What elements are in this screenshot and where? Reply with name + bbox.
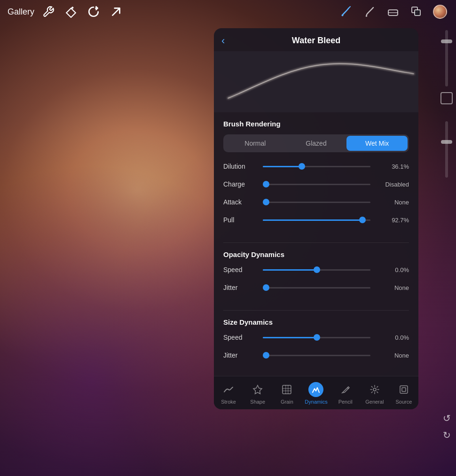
dilution-label: Dilution [223,163,257,170]
undo-button[interactable]: ↺ [440,412,453,425]
attack-track [263,202,370,203]
layers-icon [410,5,423,18]
wet-mix-mode-btn[interactable]: Wet Mix [346,136,408,151]
size-speed-thumb[interactable] [314,334,320,341]
smudge-tool[interactable] [361,3,378,20]
top-bar: Gallery [0,0,456,23]
pull-slider[interactable] [263,215,370,225]
charge-thumb[interactable] [263,181,269,187]
tab-source[interactable]: Source [389,376,418,409]
attack-value: None [376,199,409,206]
pull-label: Pull [223,216,257,224]
redo-button[interactable]: ↻ [440,429,453,442]
dilution-slider[interactable] [263,162,370,171]
wrench-icon [42,6,55,18]
normal-mode-btn[interactable]: Normal [225,136,286,151]
divider-1 [223,242,409,243]
opacity-jitter-track [263,287,370,289]
side-panel: ↺ ↻ [437,23,456,446]
size-speed-row: Speed 0.0% [223,333,409,342]
pull-thumb[interactable] [359,217,366,223]
back-button[interactable]: ‹ [221,35,225,47]
dilution-row: Dilution 36.1% [223,162,409,171]
size-speed-track [263,337,370,338]
brush-tool[interactable] [338,3,354,20]
opacity-speed-thumb[interactable] [314,266,320,273]
size-speed-fill [263,337,317,338]
svg-rect-9 [288,385,289,394]
attack-thumb[interactable] [263,199,269,205]
opacity-jitter-row: Jitter None [223,283,409,292]
svg-rect-12 [402,388,406,391]
charge-value: Disabled [376,181,409,188]
size-speed-label: Speed [223,334,257,341]
tab-general[interactable]: General [360,376,389,409]
svg-rect-11 [400,386,408,393]
top-bar-right [338,3,448,20]
stroke-tab-icon [221,382,236,397]
svg-rect-7 [283,390,291,391]
dilution-thumb[interactable] [299,163,305,170]
charge-label: Charge [223,180,257,188]
size-jitter-value: None [376,352,409,359]
pull-row: Pull 92.7% [223,215,409,225]
svg-rect-5 [283,385,291,394]
stroke-tab-label: Stroke [221,399,236,405]
opacity-slider[interactable] [445,121,448,178]
svg-rect-3 [415,10,420,16]
attack-slider[interactable] [263,197,370,207]
tab-shape[interactable]: Shape [243,376,272,409]
opacity-slider-thumb [441,140,452,144]
layers-tool[interactable] [408,3,425,20]
opacity-speed-slider[interactable] [263,265,370,274]
grain-icon [282,384,292,395]
color-picker[interactable] [432,3,448,20]
shape-icon [252,384,263,395]
size-slider[interactable] [445,30,448,86]
size-speed-value: 0.0% [376,334,409,341]
eraser-tool[interactable] [385,3,401,20]
top-bar-left: Gallery [8,3,125,20]
charge-slider[interactable] [263,179,370,189]
size-speed-slider[interactable] [263,333,370,342]
opacity-speed-value: 0.0% [376,266,409,273]
transform-button[interactable] [108,3,125,20]
brush-icon [339,5,353,18]
wand-button[interactable] [63,3,79,20]
attack-row: Attack None [223,197,409,207]
shape-preview[interactable] [440,92,453,104]
wrench-button[interactable] [40,3,57,20]
charge-track [263,184,370,185]
opacity-jitter-slider[interactable] [263,283,370,292]
size-jitter-label: Jitter [223,351,257,359]
opacity-jitter-thumb[interactable] [263,284,269,291]
size-jitter-thumb[interactable] [263,352,269,359]
brush-panel: ‹ Water Bleed Brush Rendering Normal Gla… [214,28,418,409]
general-tab-icon [367,382,382,397]
gallery-button[interactable]: Gallery [8,7,34,17]
svg-rect-6 [283,388,291,389]
tab-dynamics[interactable]: Dynamics [301,376,330,409]
svg-point-0 [342,15,344,16]
size-dynamics-title: Size Dynamics [223,318,409,326]
svg-rect-8 [285,385,286,394]
tab-pencil[interactable]: Pencil [331,376,360,409]
source-icon [399,384,409,395]
dynamics-tab-label: Dynamics [305,399,327,405]
pull-fill [263,219,362,221]
tab-stroke[interactable]: Stroke [214,376,243,409]
pencil-tab-icon [338,382,353,397]
opacity-speed-row: Speed 0.0% [223,265,409,274]
tab-grain[interactable]: Grain [272,376,301,409]
color-swatch [433,5,447,19]
general-tab-label: General [365,399,384,405]
size-jitter-slider[interactable] [263,351,370,360]
general-icon [370,384,380,395]
grain-tab-icon [279,382,294,397]
panel-header: ‹ Water Bleed [214,28,418,51]
opacity-speed-fill [263,269,317,271]
pull-value: 92.7% [376,217,409,224]
lasso-button[interactable] [85,3,102,20]
glazed-mode-btn[interactable]: Glazed [286,136,347,151]
opacity-dynamics-section: Opacity Dynamics Speed 0.0% Jitter None [214,250,418,308]
